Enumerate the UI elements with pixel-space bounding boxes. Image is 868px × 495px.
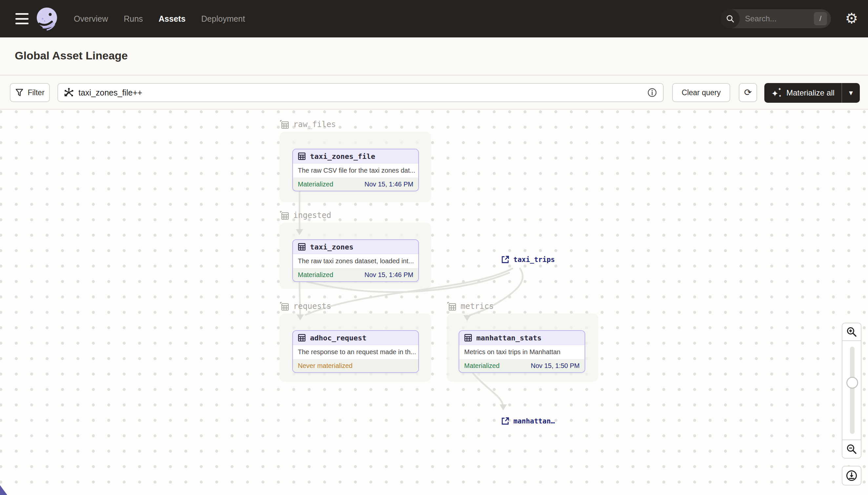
funnel-icon (15, 88, 24, 97)
zoom-slider-track[interactable] (850, 347, 854, 434)
group-label-requests: requests (280, 301, 331, 311)
asset-title: adhoc_request (310, 334, 367, 342)
asset-description: Metrics on taxi trips in Manhattan (459, 345, 585, 359)
page-header: Global Asset Lineage ⟳ Reload definition… (0, 37, 868, 75)
status-badge: Materialized (464, 362, 500, 370)
asset-graph-query-icon (64, 88, 74, 98)
refresh-icon: ⟳ (744, 88, 751, 97)
asset-node-manhattan-stats[interactable]: manhattan_stats Metrics on taxi trips in… (459, 330, 585, 373)
status-badge: Never materialized (298, 362, 353, 370)
asset-title: taxi_zones (310, 243, 353, 251)
nav-assets[interactable]: Assets (159, 14, 186, 24)
asset-description: The raw CSV file for the taxi zones dat.… (293, 164, 418, 178)
group-label-metrics: metrics (447, 301, 494, 311)
dagster-logo[interactable] (35, 6, 59, 31)
query-value: taxi_zones_file++ (78, 88, 647, 98)
table-icon (298, 243, 306, 251)
materialize-dropdown-caret[interactable]: ▼ (842, 89, 860, 97)
zoom-out-button[interactable] (842, 440, 862, 459)
info-icon[interactable] (647, 88, 657, 98)
asset-node-taxi-zones[interactable]: taxi_zones The raw taxi zones dataset, l… (292, 239, 419, 282)
asset-node-adhoc-request[interactable]: adhoc_request The response to an request… (292, 330, 419, 373)
zoom-slider (842, 341, 862, 440)
lineage-toolbar: Filter taxi_zones_file++ Clear query ⟳ (0, 75, 868, 109)
external-asset-manhattan-map[interactable]: manhattan… (501, 417, 555, 425)
asset-title: manhattan_stats (476, 334, 542, 342)
search-placeholder: Search... (745, 14, 814, 23)
lineage-canvas[interactable]: raw_files ingested requests metrics taxi… (0, 109, 868, 495)
asset-description: The response to an request made in th... (293, 345, 418, 359)
zoom-slider-handle[interactable] (846, 377, 858, 389)
external-link-icon (501, 417, 510, 425)
materialization-timestamp[interactable]: Nov 15, 1:46 PM (365, 181, 413, 188)
clear-query-button[interactable]: Clear query (672, 83, 730, 102)
hamburger-menu-icon[interactable] (15, 13, 29, 24)
search-input[interactable]: Search... / (721, 9, 831, 28)
refresh-graph-button[interactable]: ⟳ (739, 83, 757, 102)
lineage-edges (0, 109, 868, 495)
table-group-icon (280, 210, 289, 220)
nav-runs[interactable]: Runs (124, 14, 143, 24)
table-icon (298, 152, 306, 160)
table-icon (298, 334, 306, 342)
table-group-icon (280, 301, 289, 311)
table-group-icon (447, 301, 457, 311)
external-link-icon (501, 255, 510, 264)
search-icon (721, 9, 740, 28)
asset-node-taxi-zones-file[interactable]: taxi_zones_file The raw CSV file for the… (292, 149, 419, 191)
asset-description: The raw taxi zones dataset, loaded int..… (293, 254, 418, 269)
zoom-controls (842, 323, 862, 487)
page-title: Global Asset Lineage (15, 49, 128, 62)
materialization-timestamp[interactable]: Nov 15, 1:46 PM (365, 271, 413, 279)
status-badge: Materialized (298, 271, 333, 279)
asset-title: taxi_zones_file (310, 152, 375, 160)
zoom-out-icon (846, 443, 857, 455)
group-label-ingested: ingested (280, 210, 331, 220)
sparkles-icon: ✦✦✦ (771, 87, 782, 99)
filter-button[interactable]: Filter (10, 83, 50, 102)
minimap-corner-peek (0, 485, 7, 495)
search-shortcut-badge: / (814, 12, 827, 25)
settings-gear-icon[interactable]: ⚙ (843, 10, 860, 27)
table-icon (464, 334, 472, 342)
materialization-timestamp[interactable]: Nov 15, 1:50 PM (531, 362, 580, 370)
zoom-in-button[interactable] (842, 323, 862, 341)
primary-nav: Overview Runs Assets Deployment (74, 0, 245, 37)
group-label-raw-files: raw_files (280, 119, 336, 129)
asset-query-input[interactable]: taxi_zones_file++ (57, 83, 663, 102)
status-badge: Materialized (298, 181, 333, 188)
recenter-icon (845, 470, 858, 482)
external-asset-taxi-trips[interactable]: taxi_trips (501, 255, 555, 264)
materialize-all-button[interactable]: ✦✦✦ Materialize all ▼ (764, 83, 860, 103)
recenter-view-button[interactable] (842, 466, 862, 485)
nav-deployment[interactable]: Deployment (201, 14, 245, 24)
nav-overview[interactable]: Overview (74, 14, 108, 24)
zoom-in-icon (846, 326, 857, 338)
top-navbar: Overview Runs Assets Deployment Search..… (0, 0, 868, 37)
table-group-icon (280, 119, 289, 129)
